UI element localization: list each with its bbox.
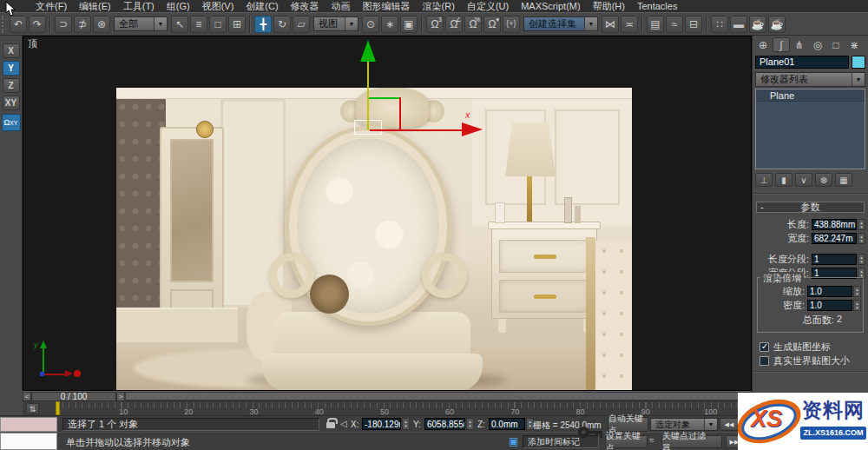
bind-spacewarp-icon[interactable]: ⊛ — [93, 16, 110, 33]
time-slider-track[interactable] — [125, 392, 752, 400]
align-icon[interactable]: ≍ — [621, 16, 638, 33]
checkbox[interactable] — [760, 356, 769, 366]
snap-toggle-icon[interactable]: Ω3 — [426, 16, 444, 33]
axis-constraint-button[interactable]: XY — [3, 96, 20, 110]
motion-tab-icon[interactable]: ◎ — [809, 37, 826, 52]
create-tab-icon[interactable]: ⊕ — [754, 37, 772, 52]
axis-constraint-button[interactable]: X — [3, 43, 20, 58]
keyboard-override-icon[interactable]: {+} — [503, 16, 520, 33]
configure-modifier-sets-icon[interactable]: ▦ — [835, 173, 852, 187]
toolbar-handle[interactable] — [2, 16, 6, 33]
schematic-view-icon[interactable]: ⊟ — [685, 16, 702, 33]
go-to-start-icon[interactable]: ◀◀ — [720, 418, 739, 431]
set-key-toggle-icon[interactable] — [578, 422, 604, 443]
isolate-cube-icon[interactable]: ▣ — [509, 435, 518, 447]
spinner-icon[interactable] — [858, 233, 865, 244]
axis-constraint-button[interactable]: Z — [3, 78, 20, 93]
menu-item[interactable]: 创建(C) — [240, 0, 284, 13]
selection-region-icon[interactable]: □ — [209, 16, 227, 33]
parameter-value-field[interactable]: 1.0 — [807, 300, 852, 311]
material-editor-icon[interactable]: ∷ — [711, 16, 728, 33]
curve-editor-icon[interactable]: ≈ — [666, 16, 683, 33]
reference-coordinate-dropdown[interactable]: 视图 ▼ — [313, 17, 358, 31]
z-coord-field[interactable]: 0.0mm — [489, 418, 525, 430]
axis-constraint-button[interactable]: Y — [3, 61, 20, 76]
spinner-icon[interactable] — [858, 254, 865, 265]
spinner-icon[interactable] — [853, 300, 861, 311]
macro-recorder-field[interactable] — [0, 417, 57, 432]
select-and-scale-icon[interactable]: ▱ — [293, 16, 310, 33]
select-and-manipulate-icon[interactable]: ∗ — [381, 16, 398, 33]
gizmo-xy-plane-handle-green[interactable] — [368, 97, 400, 99]
menu-item[interactable]: Tentacles — [631, 1, 683, 11]
toggle-ribbon-icon[interactable]: ▣ — [400, 16, 418, 33]
use-pivot-center-icon[interactable]: ⊙ — [362, 16, 379, 33]
undo-icon[interactable]: ↶ — [10, 16, 27, 33]
menu-item[interactable]: 自定义(U) — [461, 0, 515, 13]
snap-axis-constraint-icon[interactable]: ΩXY — [2, 114, 21, 131]
make-unique-icon[interactable]: ∨ — [795, 173, 812, 187]
selection-lock-icon[interactable] — [326, 422, 335, 428]
viewport-label[interactable]: 顶 — [28, 37, 37, 50]
stack-item[interactable]: Plane — [756, 89, 865, 102]
menu-item[interactable]: 工具(T) — [117, 0, 161, 13]
mini-curve-editor-icon[interactable]: ⇅ — [26, 403, 39, 414]
viewport[interactable]: 顶 — [23, 36, 752, 391]
checkbox-row[interactable]: 真实世界贴图大小 — [760, 354, 867, 367]
menu-item[interactable]: MAXScript(M) — [515, 1, 586, 11]
menu-item[interactable]: 渲染(R) — [417, 0, 461, 13]
spinner-icon[interactable] — [853, 286, 861, 297]
object-name-field[interactable]: Plane01 — [755, 56, 849, 69]
rendered-frame-icon[interactable]: ☕ — [749, 16, 766, 33]
parameter-value-field[interactable]: 682.247m — [812, 233, 857, 244]
selection-filter-dropdown[interactable]: 全部 ▼ — [114, 17, 168, 31]
gizmo-y-axis-arrow[interactable] — [360, 40, 376, 62]
window-crossing-icon[interactable]: ⊞ — [228, 16, 246, 33]
gizmo-y-axis-stem[interactable] — [367, 60, 369, 130]
key-filters-button[interactable]: 关键点过滤器... — [661, 435, 722, 448]
checkbox-row[interactable]: 生成贴图坐标 — [760, 340, 867, 354]
object-color-swatch[interactable] — [852, 56, 865, 69]
gizmo-x-axis-arrow[interactable] — [462, 122, 483, 136]
spinner-icon[interactable] — [858, 219, 865, 230]
select-and-move-icon[interactable]: ╋ — [254, 16, 272, 33]
select-by-name-icon[interactable]: ≡ — [190, 16, 207, 33]
parameter-value-field[interactable]: 1.0 — [807, 286, 852, 297]
parameters-rollout-header[interactable]: - 参数 — [756, 202, 865, 213]
time-slider[interactable]: < 0 / 100 > — [23, 391, 752, 400]
select-object-icon[interactable]: ↖ — [171, 16, 188, 33]
gizmo-xy-plane-handle-red[interactable] — [399, 97, 401, 131]
menu-item[interactable]: 视图(V) — [196, 0, 240, 13]
angle-snap-icon[interactable]: Ω∠ — [445, 16, 463, 33]
remove-modifier-icon[interactable]: ⊗ — [815, 173, 832, 187]
x-coord-field[interactable]: -180.129m — [362, 418, 401, 430]
render-setup-icon[interactable]: ▬ — [730, 16, 747, 33]
set-key-button[interactable]: 设置关键点 — [605, 435, 648, 448]
percent-snap-icon[interactable]: Ω% — [464, 16, 482, 33]
spinner-icon[interactable] — [466, 418, 474, 430]
menu-item[interactable]: 组(G) — [161, 0, 196, 13]
menu-item[interactable]: 编辑(E) — [73, 0, 117, 13]
y-coord-field[interactable]: 6058.855m — [424, 418, 465, 430]
select-link-icon[interactable]: ⊃ — [55, 16, 72, 33]
layer-manager-icon[interactable]: ▤ — [647, 16, 664, 33]
gizmo-x-axis-stem[interactable] — [370, 129, 464, 131]
spinner-icon[interactable] — [402, 418, 410, 430]
menu-item[interactable]: 动画 — [326, 0, 357, 13]
render-production-icon[interactable]: ☕ — [768, 16, 786, 33]
menu-item[interactable]: 图形编辑器 — [357, 0, 417, 13]
parameter-value-field[interactable]: 1 — [812, 254, 857, 265]
modify-tab-icon[interactable]: ∫ — [773, 37, 790, 52]
show-end-result-icon[interactable]: ▮ — [775, 173, 792, 187]
display-tab-icon[interactable]: □ — [827, 37, 845, 52]
menu-item[interactable]: 文件(F) — [30, 0, 73, 13]
checkbox[interactable] — [760, 342, 769, 352]
spinner-snap-icon[interactable]: Ω▾ — [483, 16, 501, 33]
select-and-rotate-icon[interactable]: ↻ — [273, 16, 291, 33]
modifier-list-dropdown[interactable]: 修改器列表 ▼ — [755, 72, 865, 87]
current-frame-marker[interactable] — [56, 401, 60, 415]
parameter-value-field[interactable]: 438.88mm — [812, 219, 857, 230]
maxscript-listener-field[interactable] — [0, 433, 57, 450]
mirror-icon[interactable]: ⋈ — [602, 16, 619, 33]
named-selection-sets-dropdown[interactable]: 创建选择集 ▼ — [523, 17, 598, 31]
